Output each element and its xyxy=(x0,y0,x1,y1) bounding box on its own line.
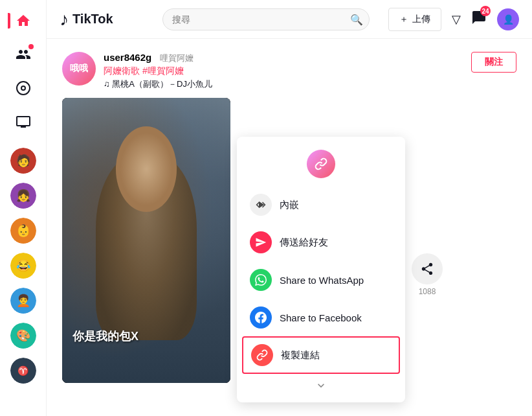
follow-button[interactable]: 關注 xyxy=(471,52,516,73)
share-whatsapp[interactable]: Share to WhatsApp xyxy=(237,261,405,299)
post-info: user8462g 哩賀阿嬤 阿嬤衛歌 #哩賀阿嬤 ♫ 黑桃A（副歌）－DJ小魚… xyxy=(104,52,463,90)
logo: ♪ TikTok xyxy=(60,9,113,30)
post-music: ♫ 黑桃A（副歌）－DJ小魚儿 xyxy=(104,78,463,90)
share-embed[interactable]: 內嵌 xyxy=(237,186,405,224)
search-bar: 🔍 xyxy=(162,8,370,30)
user-avatar-top[interactable]: 👤 xyxy=(497,8,519,30)
share-send[interactable]: 傳送給好友 xyxy=(237,224,405,261)
notification-badge: 24 xyxy=(480,6,491,16)
share-copylink[interactable]: 複製連結 xyxy=(242,336,400,374)
post-caption: 阿嬤衛歌 #哩賀阿嬤 xyxy=(104,65,463,77)
tiktok-logo-icon: ♪ xyxy=(60,9,69,30)
post-username-line: user8462g 哩賀阿嬤 xyxy=(104,52,463,64)
share-count: 1088 xyxy=(419,287,436,296)
video-thumbnail: 你是我的包X xyxy=(62,98,230,383)
post-avatar[interactable]: 哦哦 xyxy=(62,52,96,86)
send-label: 傳送給好友 xyxy=(280,237,328,249)
sidebar: 🧑 👧 👶 😂 🧑‍🦱 🎨 ♈ xyxy=(0,0,47,416)
share-icon-circle xyxy=(412,253,443,284)
search-icon[interactable]: 🔍 xyxy=(350,13,363,25)
top-navigation: ♪ TikTok 🔍 ＋ 上傳 ▽ 24 👤 xyxy=(47,0,532,39)
filter-icon[interactable]: ▽ xyxy=(452,12,461,27)
feed: 哦哦 user8462g 哩賀阿嬤 阿嬤衛歌 #哩賀阿嬤 ♫ 黑桃A（副歌）－D… xyxy=(47,39,532,416)
post-caption-text: 阿嬤衛歌 #哩賀阿嬤 xyxy=(104,65,184,76)
notification-button[interactable]: 24 xyxy=(471,10,487,29)
sidebar-item-friends[interactable] xyxy=(8,39,39,70)
sidebar-avatar-7[interactable]: ♈ xyxy=(9,356,38,385)
logo-text: TikTok xyxy=(72,12,113,27)
sidebar-avatar-6[interactable]: 🎨 xyxy=(9,321,38,350)
facebook-icon xyxy=(250,306,272,329)
user-avatar-image: 👤 xyxy=(503,14,514,25)
svg-point-1 xyxy=(21,86,25,90)
notification-dot xyxy=(28,44,34,49)
content-area: 哦哦 user8462g 哩賀阿嬤 阿嬤衛歌 #哩賀阿嬤 ♫ 黑桃A（副歌）－D… xyxy=(47,39,532,416)
whatsapp-label: Share to WhatsApp xyxy=(280,275,364,286)
embed-icon xyxy=(250,194,272,216)
sidebar-avatar-3[interactable]: 👶 xyxy=(9,216,38,245)
upload-label: 上傳 xyxy=(412,14,430,25)
svg-point-0 xyxy=(17,82,30,95)
post-display-name: 哩賀阿嬤 xyxy=(160,53,194,63)
sidebar-item-explore[interactable] xyxy=(8,73,39,104)
share-panel: 內嵌 傳送給好友 Share to WhatsA xyxy=(237,137,405,402)
sidebar-item-live[interactable] xyxy=(8,106,39,137)
link-icon xyxy=(251,344,273,366)
share-more-button[interactable] xyxy=(237,374,405,397)
share-facebook[interactable]: Share to Facebook xyxy=(237,299,405,336)
facebook-label: Share to Facebook xyxy=(280,312,362,323)
sidebar-avatar-5[interactable]: 🧑‍🦱 xyxy=(9,286,38,315)
search-input[interactable] xyxy=(162,8,370,30)
share-link-icon[interactable] xyxy=(307,150,335,178)
action-buttons: 1088 xyxy=(412,253,443,296)
video-overlay-text: 你是我的包X xyxy=(72,330,139,343)
topnav-actions: ＋ 上傳 ▽ 24 👤 xyxy=(388,8,519,31)
share-action-button[interactable]: 1088 xyxy=(412,253,443,296)
sidebar-avatar-4[interactable]: 😂 xyxy=(9,251,38,280)
video-text-overlay: 你是我的包X xyxy=(72,329,139,344)
upload-button[interactable]: ＋ 上傳 xyxy=(388,8,441,31)
post-username[interactable]: user8462g xyxy=(104,52,151,63)
video-player[interactable]: 你是我的包X xyxy=(62,98,230,383)
whatsapp-icon xyxy=(250,269,272,291)
share-icons-row xyxy=(237,142,405,186)
embed-label: 內嵌 xyxy=(280,199,299,211)
video-share-wrapper: 你是我的包X xyxy=(62,98,516,383)
sidebar-avatar-2[interactable]: 👧 xyxy=(9,181,38,210)
sidebar-item-home[interactable] xyxy=(8,5,39,36)
post-avatar-image: 哦哦 xyxy=(62,52,96,86)
post-header: 哦哦 user8462g 哩賀阿嬤 阿嬤衛歌 #哩賀阿嬤 ♫ 黑桃A（副歌）－D… xyxy=(62,52,516,90)
plus-icon: ＋ xyxy=(399,14,408,25)
send-icon xyxy=(250,231,272,253)
app-container: 🧑 👧 👶 😂 🧑‍🦱 🎨 ♈ xyxy=(0,0,532,416)
copylink-label: 複製連結 xyxy=(281,349,320,362)
sidebar-avatar-1[interactable]: 🧑 xyxy=(9,146,38,175)
main-area: ♪ TikTok 🔍 ＋ 上傳 ▽ 24 👤 xyxy=(47,0,532,416)
